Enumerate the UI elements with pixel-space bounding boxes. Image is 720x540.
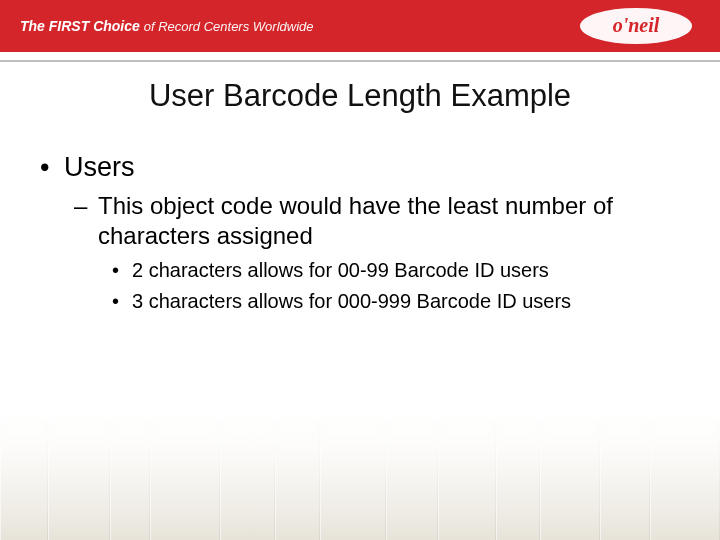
logo-text: o'neil: [613, 14, 660, 36]
slide-content: User Barcode Length Example Users This o…: [0, 72, 720, 325]
slide: The FIRST Choice of Record Centers World…: [0, 0, 720, 540]
list-item: 3 characters allows for 000-999 Barcode …: [132, 288, 680, 315]
list-item: This object code would have the least nu…: [98, 191, 680, 315]
header-tagline: The FIRST Choice of Record Centers World…: [20, 18, 314, 34]
tagline-first: The FIRST: [20, 18, 89, 34]
footer-background-boxes: [0, 418, 720, 540]
slide-title: User Barcode Length Example: [40, 78, 680, 114]
header-divider: [0, 60, 720, 62]
oneil-logo-icon: o'neil ®: [576, 4, 696, 48]
tagline-rest: of Record Centers Worldwide: [144, 19, 314, 34]
bullet-text: 2 characters allows for 00-99 Barcode ID…: [132, 259, 549, 281]
bullet-list-level3: 2 characters allows for 00-99 Barcode ID…: [98, 257, 680, 315]
bullet-text: 3 characters allows for 000-999 Barcode …: [132, 290, 571, 312]
list-item: Users This object code would have the le…: [64, 152, 680, 315]
bullet-text: This object code would have the least nu…: [98, 192, 613, 249]
bullet-text: Users: [64, 152, 135, 182]
registered-icon: ®: [684, 9, 690, 18]
bullet-list-level2: This object code would have the least nu…: [64, 191, 680, 315]
brand-logo: o'neil ®: [576, 4, 696, 48]
bullet-list-level1: Users This object code would have the le…: [40, 152, 680, 315]
header-band: The FIRST Choice of Record Centers World…: [0, 0, 720, 52]
list-item: 2 characters allows for 00-99 Barcode ID…: [132, 257, 680, 284]
tagline-choice: Choice: [93, 18, 140, 34]
